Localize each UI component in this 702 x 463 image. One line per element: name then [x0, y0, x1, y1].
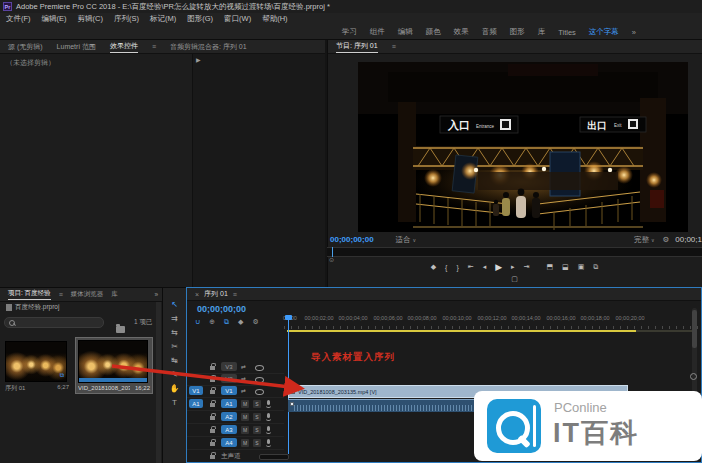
track-name-a1[interactable]: A1	[221, 399, 237, 408]
timeline-timecode[interactable]: 00;00;00;00	[197, 304, 246, 314]
step-forward-button[interactable]: ▸	[511, 263, 515, 271]
menu-graphics[interactable]: 图形(G)	[187, 14, 213, 24]
tab-lumetri-scopes[interactable]: Lumetri 范围	[57, 42, 96, 52]
type-tool[interactable]: T	[172, 398, 177, 407]
comparison-view-button[interactable]: ⧉	[593, 263, 598, 271]
source-patch-a1[interactable]: A1	[189, 399, 203, 408]
track-select-tool[interactable]: ⇉	[171, 314, 178, 323]
solo-button[interactable]: S	[253, 439, 261, 447]
program-scrubber-bar[interactable]	[327, 247, 702, 257]
workspace-tab-graphics[interactable]: 图形	[510, 27, 525, 37]
program-timecode[interactable]: 00;00;00;00	[330, 235, 374, 244]
tab-audio-clip-mixer[interactable]: 音频剪辑混合器: 序列 01	[170, 42, 247, 52]
nest-icon[interactable]: ⧉	[224, 318, 229, 326]
pen-tool[interactable]: ✎	[171, 370, 178, 379]
track-name-v2[interactable]: V2	[221, 374, 237, 383]
workspace-overflow-icon[interactable]: »	[632, 28, 636, 37]
close-icon[interactable]: ×	[195, 291, 199, 298]
tab-project[interactable]: 项目: 百度经验	[8, 289, 51, 300]
menu-sequence[interactable]: 序列(S)	[114, 14, 139, 24]
selection-tool[interactable]: ↖	[171, 300, 178, 309]
project-item-clip-selected[interactable]: VID_20181008_203... 16;22	[76, 338, 152, 393]
track-header-v1[interactable]: V1 V1 ⇄	[187, 385, 284, 398]
tab-program-monitor[interactable]: 节目: 序列 01	[336, 41, 378, 53]
panel-menu-icon[interactable]: ≡	[233, 291, 237, 298]
scroll-handle-icon[interactable]	[690, 373, 697, 380]
timeline-settings-icon[interactable]: ⚙	[252, 318, 258, 326]
mute-button[interactable]: M	[241, 400, 249, 408]
snap-icon[interactable]: ∪	[195, 318, 200, 326]
lift-button[interactable]: ⬒	[546, 263, 553, 271]
lock-icon[interactable]	[210, 378, 215, 382]
tab-sequence-01[interactable]: 序列 01	[204, 289, 228, 299]
tab-libraries[interactable]: 库	[111, 290, 118, 299]
solo-button[interactable]: S	[253, 413, 261, 421]
lock-icon[interactable]	[210, 429, 215, 433]
effect-timeline-playhead-icon[interactable]: ▶	[196, 56, 201, 63]
step-back-button[interactable]: ◂	[483, 263, 487, 271]
track-header-master[interactable]: 主声道	[187, 450, 284, 463]
linked-selection-icon[interactable]: ⊕	[209, 318, 215, 326]
track-header-a1[interactable]: A1 A1 M S	[187, 398, 284, 411]
export-frame-button[interactable]: ▣	[578, 263, 585, 271]
voiceover-mic-icon[interactable]	[267, 400, 270, 405]
lock-icon[interactable]	[210, 416, 215, 420]
tab-media-browser[interactable]: 媒体浏览器	[71, 290, 104, 299]
lock-icon[interactable]	[210, 366, 215, 370]
menu-help[interactable]: 帮助(H)	[262, 14, 287, 24]
mark-out-button[interactable]: }	[456, 264, 458, 271]
slip-tool[interactable]: ↹	[171, 356, 178, 365]
voiceover-mic-icon[interactable]	[267, 439, 270, 444]
go-to-in-button[interactable]: ⇤	[468, 263, 474, 271]
button-editor-icon[interactable]: ▢	[511, 275, 518, 286]
add-marker-button[interactable]: ◆	[431, 263, 436, 271]
sync-lock-icon[interactable]: ⇄	[241, 387, 246, 394]
add-marker-icon[interactable]: ◆	[238, 318, 243, 326]
track-output-eye-icon[interactable]	[255, 389, 264, 395]
track-header-a2[interactable]: A2 M S	[187, 411, 284, 424]
settings-wrench-icon[interactable]: ⚙	[663, 235, 670, 244]
tab-effect-controls[interactable]: 效果控件	[110, 41, 138, 53]
project-search-input[interactable]	[4, 317, 104, 328]
program-video-preview[interactable]: 入口 Entrance 出口 Exit	[358, 62, 688, 232]
workspace-tab-color[interactable]: 颜色	[426, 27, 441, 37]
go-to-out-button[interactable]: ⇥	[524, 263, 530, 271]
sync-lock-icon[interactable]: ⇄	[241, 363, 246, 370]
track-name-v1[interactable]: V1	[221, 386, 237, 395]
workspace-tab-effects[interactable]: 效果	[454, 27, 469, 37]
workspace-tab-libraries[interactable]: 库	[538, 27, 546, 37]
track-output-eye-icon[interactable]	[255, 365, 264, 371]
mark-in-button[interactable]: {	[445, 264, 447, 271]
voiceover-mic-icon[interactable]	[267, 426, 270, 431]
track-name-a3[interactable]: A3	[221, 425, 237, 434]
menu-file[interactable]: 文件(F)	[6, 14, 31, 24]
track-output-eye-icon[interactable]	[255, 377, 264, 383]
zoom-level-select[interactable]: 适合	[396, 235, 411, 245]
lock-icon[interactable]	[210, 403, 215, 407]
solo-button[interactable]: S	[253, 426, 261, 434]
play-button[interactable]: ▶	[495, 262, 502, 272]
menu-clip[interactable]: 剪辑(C)	[78, 14, 103, 24]
menu-window[interactable]: 窗口(W)	[224, 14, 251, 24]
extract-button[interactable]: ⬓	[562, 263, 569, 271]
bin-folder-icon[interactable]	[116, 326, 125, 333]
ripple-edit-tool[interactable]: ⇆	[171, 328, 178, 337]
project-scrollbar[interactable]	[156, 302, 161, 463]
effect-controls-mini-timeline[interactable]	[193, 54, 325, 287]
workspace-tab-titles[interactable]: Titles	[558, 28, 576, 37]
panel-menu-icon[interactable]: ≡	[392, 43, 396, 50]
menu-markers[interactable]: 标记(M)	[150, 14, 176, 24]
project-item-sequence[interactable]: ⧉ 序列 01 6;27	[5, 341, 69, 393]
panel-menu-icon[interactable]: ≡	[59, 291, 63, 298]
workspace-tab-learning[interactable]: 学习	[342, 27, 357, 37]
workspace-tab-audio[interactable]: 音频	[482, 27, 497, 37]
workspace-tab-assembly[interactable]: 组件	[370, 27, 385, 37]
lock-icon[interactable]	[210, 455, 215, 459]
solo-button[interactable]: S	[253, 400, 261, 408]
lock-icon[interactable]	[210, 442, 215, 446]
track-name-a4[interactable]: A4	[221, 438, 237, 447]
sync-lock-icon[interactable]: ⇄	[241, 375, 246, 382]
hand-tool[interactable]: ✋	[170, 384, 180, 393]
track-header-a3[interactable]: A3 M S	[187, 424, 284, 437]
mute-button[interactable]: M	[241, 413, 249, 421]
